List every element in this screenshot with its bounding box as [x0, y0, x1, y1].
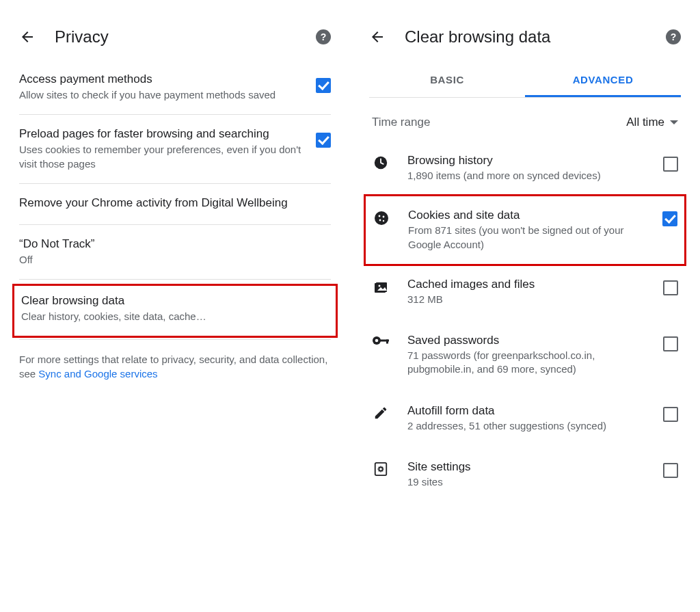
image-icon — [372, 279, 390, 295]
item-cached-images[interactable]: Cached images and files 312 MB — [369, 264, 681, 320]
setting-clear-browsing-data[interactable]: Clear browsing data Clear history, cooki… — [12, 284, 338, 338]
footer-text: For more settings that relate to privacy… — [19, 340, 331, 393]
setting-title: Remove your Chrome activity from Digital… — [19, 196, 331, 210]
setting-preload-pages[interactable]: Preload pages for faster browsing and se… — [19, 115, 331, 184]
item-subtitle: 312 MB — [407, 293, 645, 306]
pencil-icon — [372, 405, 390, 421]
svg-point-1 — [375, 211, 388, 225]
settings-page-icon — [372, 462, 390, 477]
setting-title: Preload pages for faster browsing and se… — [19, 127, 308, 141]
time-range-value: All time — [626, 116, 664, 129]
item-subtitle: 71 passwords (for greenparkschool.co.in,… — [407, 349, 645, 377]
setting-subtitle: Uses cookies to remember your preference… — [19, 143, 308, 171]
item-saved-passwords[interactable]: Saved passwords 71 passwords (for greenp… — [369, 320, 681, 390]
svg-point-5 — [383, 220, 384, 222]
help-icon[interactable]: ? — [316, 29, 331, 44]
setting-subtitle: Clear history, cookies, site data, cache… — [21, 310, 329, 323]
privacy-pane: Privacy ? Access payment methods Allow s… — [0, 0, 350, 612]
checkbox[interactable] — [316, 133, 331, 148]
page-title: Privacy — [55, 27, 316, 46]
item-autofill[interactable]: Autofill form data 2 addresses, 51 other… — [369, 390, 681, 447]
svg-point-15 — [379, 467, 383, 471]
key-icon — [372, 335, 390, 346]
clear-data-pane: Clear browsing data ? BASIC ADVANCED Tim… — [350, 0, 700, 612]
item-title: Saved passwords — [407, 334, 645, 347]
checkbox[interactable] — [663, 463, 678, 478]
svg-point-3 — [383, 216, 385, 218]
time-range-label: Time range — [372, 116, 626, 129]
help-icon[interactable]: ? — [666, 29, 681, 44]
setting-title: Clear browsing data — [21, 294, 329, 308]
svg-point-4 — [379, 219, 381, 222]
item-title: Browsing history — [407, 154, 645, 168]
item-subtitle: From 871 sites (you won't be signed out … — [408, 224, 645, 252]
checkbox[interactable] — [663, 407, 678, 422]
clear-data-header: Clear browsing data ? — [369, 7, 681, 60]
item-subtitle: 19 sites — [407, 475, 645, 489]
item-site-settings[interactable]: Site settings 19 sites — [369, 447, 681, 503]
setting-subtitle: Allow sites to check if you have payment… — [19, 88, 308, 102]
cookie-icon — [373, 210, 390, 226]
setting-title: Access payment methods — [19, 72, 308, 86]
item-title: Cached images and files — [407, 278, 645, 291]
sync-services-link[interactable]: Sync and Google services — [38, 368, 157, 380]
checkbox[interactable] — [663, 336, 678, 351]
dropdown-icon — [670, 120, 678, 124]
tabs: BASIC ADVANCED — [369, 64, 681, 98]
time-range-selector[interactable]: Time range All time — [369, 98, 681, 140]
back-icon[interactable] — [369, 29, 386, 45]
checkbox[interactable] — [316, 78, 331, 93]
item-title: Site settings — [407, 460, 645, 474]
setting-do-not-track[interactable]: “Do Not Track” Off — [19, 225, 331, 280]
privacy-header: Privacy ? — [19, 7, 331, 60]
svg-point-11 — [375, 339, 379, 343]
clock-icon — [372, 155, 390, 170]
page-title: Clear browsing data — [405, 27, 666, 46]
setting-subtitle: Off — [19, 253, 331, 267]
item-title: Autofill form data — [407, 404, 645, 418]
checkbox[interactable] — [663, 157, 678, 172]
setting-title: “Do Not Track” — [19, 237, 331, 251]
item-browsing-history[interactable]: Browsing history 1,890 items (and more o… — [369, 140, 681, 196]
tab-advanced[interactable]: ADVANCED — [525, 64, 681, 97]
item-title: Cookies and site data — [408, 209, 645, 222]
setting-payment-methods[interactable]: Access payment methods Allow sites to ch… — [19, 60, 331, 115]
checkbox[interactable] — [663, 280, 678, 295]
tab-basic[interactable]: BASIC — [369, 64, 525, 97]
svg-point-2 — [379, 215, 381, 217]
setting-digital-wellbeing[interactable]: Remove your Chrome activity from Digital… — [19, 184, 331, 225]
item-subtitle: 2 addresses, 51 other suggestions (synce… — [407, 419, 645, 433]
item-cookies[interactable]: Cookies and site data From 871 sites (yo… — [364, 194, 686, 266]
svg-rect-14 — [375, 463, 387, 475]
svg-rect-13 — [386, 340, 388, 344]
back-icon[interactable] — [19, 29, 36, 45]
item-subtitle: 1,890 items (and more on synced devices) — [407, 169, 645, 183]
checkbox[interactable] — [662, 211, 677, 226]
svg-point-9 — [379, 284, 381, 287]
